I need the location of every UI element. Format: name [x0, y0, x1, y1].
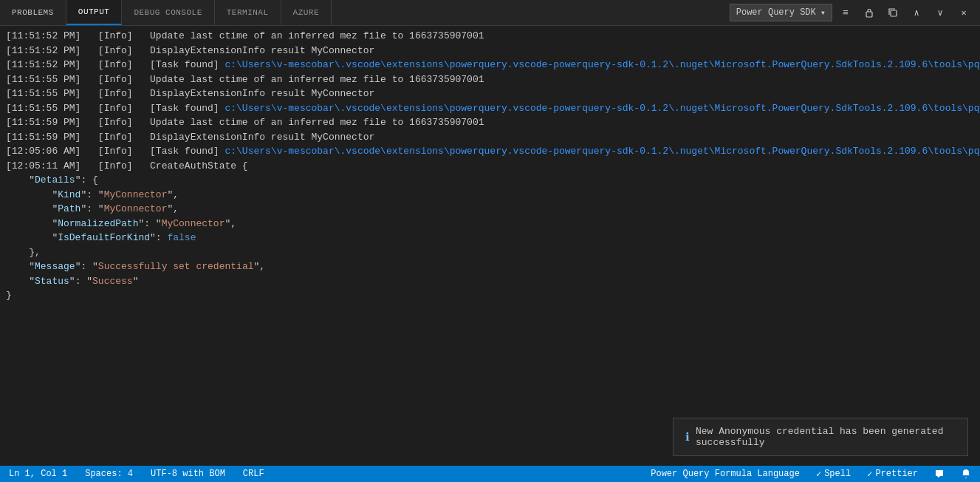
status-position[interactable]: Ln 1, Col 1 — [6, 469, 70, 479]
status-encoding[interactable]: UTF-8 with BOM — [148, 469, 228, 479]
output-line: [11:51:52 PM] [Info] [Task found] c:\Use… — [6, 58, 974, 72]
feedback-icon — [934, 469, 945, 479]
status-prettier[interactable]: ✓ Prettier — [864, 469, 921, 480]
output-line: [11:51:55 PM] [Info] [Task found] c:\Use… — [6, 101, 974, 116]
panel-tab-bar: PROBLEMS OUTPUT DEBUG CONSOLE TERMINAL A… — [0, 0, 980, 26]
lock-icon — [864, 7, 874, 18]
output-line: [11:51:52 PM] [Info] DisplayExtensionInf… — [6, 44, 974, 58]
list-icon: ≡ — [843, 7, 849, 18]
bell-icon — [961, 469, 971, 479]
spell-label: Spell — [824, 469, 851, 479]
output-content: [11:51:52 PM] [Info] Update last ctime o… — [0, 26, 980, 466]
svg-rect-0 — [866, 12, 872, 17]
status-spell[interactable]: ✓ Spell — [813, 469, 854, 480]
output-line: "IsDefaultForKind": false — [6, 231, 974, 245]
tab-bar-actions: Power Query SDK ▾ ≡ ∧ ∨ ✕ — [730, 2, 980, 23]
output-line: "Message": "Successfully set credential"… — [6, 259, 974, 274]
output-line: "Status": "Success" — [6, 274, 974, 289]
output-line: [11:51:59 PM] [Info] DisplayExtensionInf… — [6, 130, 974, 145]
output-source-dropdown[interactable]: Power Query SDK ▾ — [730, 4, 832, 21]
close-icon: ✕ — [961, 7, 966, 18]
feedback-button[interactable] — [931, 469, 948, 479]
output-line: [11:51:59 PM] [Info] Update last ctime o… — [6, 115, 974, 130]
tab-output[interactable]: OUTPUT — [66, 0, 123, 25]
info-icon: ℹ — [685, 430, 690, 444]
status-spaces[interactable]: Spaces: 4 — [82, 469, 136, 479]
output-line: [12:05:11 AM] [Info] CreateAuthState { — [6, 159, 974, 174]
tab-terminal[interactable]: TERMINAL — [215, 0, 281, 25]
output-line: "Path": "MyConnector", — [6, 202, 974, 217]
prettier-label: Prettier — [875, 469, 918, 479]
notification-bell[interactable] — [958, 469, 974, 479]
chevron-up-icon: ∧ — [914, 7, 919, 18]
output-line: "Kind": "MyConnector", — [6, 188, 974, 203]
close-panel-button[interactable]: ✕ — [953, 2, 974, 23]
output-line: [11:51:52 PM] [Info] Update last ctime o… — [6, 29, 974, 44]
output-line: } — [6, 288, 974, 303]
output-source-label: Power Query SDK — [736, 7, 816, 18]
status-language[interactable]: Power Query Formula Language — [648, 469, 803, 479]
expand-panel-button[interactable]: ∨ — [930, 2, 950, 23]
tab-problems[interactable]: PROBLEMS — [0, 0, 66, 25]
status-bar-right: Power Query Formula Language ✓ Spell ✓ P… — [648, 469, 974, 480]
output-line: "Details": { — [6, 173, 974, 188]
chevron-down-icon2: ∨ — [937, 7, 942, 18]
spell-icon: ✓ — [816, 469, 821, 480]
tab-azure[interactable]: AZURE — [281, 0, 332, 25]
prettier-icon: ✓ — [867, 469, 872, 480]
output-line: "NormalizedPath": "MyConnector", — [6, 217, 974, 231]
notification-toast: ℹ New Anonymous credential has been gene… — [673, 418, 968, 456]
copy-output-button[interactable] — [883, 2, 903, 23]
collapse-panel-button[interactable]: ∧ — [906, 2, 927, 23]
clear-output-button[interactable]: ≡ — [835, 2, 856, 23]
lock-output-button[interactable] — [859, 2, 880, 23]
chevron-down-icon: ▾ — [820, 7, 826, 18]
output-line: [11:51:55 PM] [Info] DisplayExtensionInf… — [6, 86, 974, 101]
status-line-ending[interactable]: CRLF — [240, 469, 267, 479]
svg-rect-1 — [891, 10, 897, 16]
output-line: [12:05:06 AM] [Info] [Task found] c:\Use… — [6, 144, 974, 159]
output-line: [11:51:55 PM] [Info] Update last ctime o… — [6, 72, 974, 87]
tab-debug-console[interactable]: DEBUG CONSOLE — [122, 0, 214, 25]
status-bar: Ln 1, Col 1 Spaces: 4 UTF-8 with BOM CRL… — [0, 466, 980, 482]
copy-icon — [888, 7, 898, 18]
output-line: }, — [6, 245, 974, 260]
toast-message: New Anonymous credential has been genera… — [696, 426, 956, 448]
